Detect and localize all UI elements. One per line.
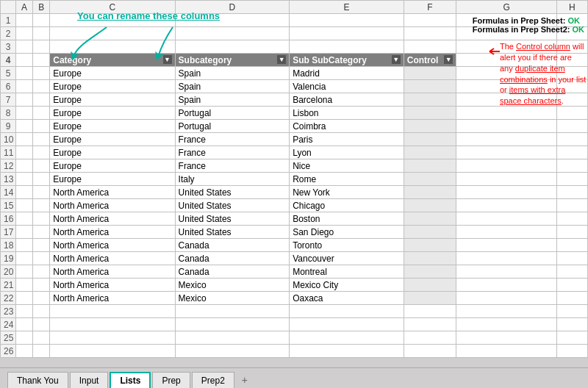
cell-a12[interactable] bbox=[16, 159, 33, 173]
cell-subsubcategory[interactable]: Boston bbox=[290, 212, 404, 226]
cell-g12[interactable] bbox=[456, 159, 557, 173]
cell-subcategory[interactable]: Spain bbox=[175, 80, 290, 93]
cell-subcategory[interactable]: Spain bbox=[175, 67, 290, 80]
cell-b19[interactable] bbox=[33, 252, 50, 265]
cell-g6[interactable] bbox=[456, 80, 557, 93]
cell-subsubcategory[interactable]: Toronto bbox=[290, 239, 404, 252]
cell-subcategory[interactable]: United States bbox=[175, 186, 290, 199]
cell-a21[interactable] bbox=[16, 279, 33, 292]
cell-g20[interactable] bbox=[456, 265, 557, 279]
cell-g9[interactable] bbox=[456, 120, 557, 133]
cell-subcategory[interactable]: Canada bbox=[175, 265, 290, 279]
cell-h11[interactable] bbox=[556, 146, 587, 159]
cell-b8[interactable] bbox=[33, 107, 50, 120]
cell-control[interactable] bbox=[404, 265, 456, 279]
cell-control[interactable] bbox=[404, 279, 456, 292]
cell-h9[interactable] bbox=[556, 120, 587, 133]
cell-control[interactable] bbox=[404, 93, 456, 107]
cell-a4[interactable] bbox=[16, 54, 33, 67]
cell-e1[interactable] bbox=[290, 14, 404, 27]
cell-b20[interactable] bbox=[33, 265, 50, 279]
tab-prep2[interactable]: Prep2 bbox=[192, 372, 234, 388]
cell-b12[interactable] bbox=[33, 159, 50, 173]
cell-a18[interactable] bbox=[16, 239, 33, 252]
cell-b13[interactable] bbox=[33, 173, 50, 186]
cell-control[interactable] bbox=[404, 67, 456, 80]
cell-subcategory[interactable]: Italy bbox=[175, 173, 290, 186]
cell-subcategory[interactable]: Spain bbox=[175, 93, 290, 107]
cell-h17[interactable] bbox=[556, 226, 587, 239]
cell-b16[interactable] bbox=[33, 212, 50, 226]
cell-b1[interactable] bbox=[33, 14, 50, 27]
cell-g18[interactable] bbox=[456, 239, 557, 252]
header-category[interactable]: Category ▼ bbox=[50, 54, 175, 67]
cell-category[interactable]: Europe bbox=[50, 107, 175, 120]
cell-control[interactable] bbox=[404, 80, 456, 93]
tab-prep[interactable]: Prep bbox=[152, 372, 190, 388]
cell-b2[interactable] bbox=[33, 27, 50, 40]
cell-h2[interactable] bbox=[556, 27, 587, 40]
cell-b9[interactable] bbox=[33, 120, 50, 133]
cell-h15[interactable] bbox=[556, 199, 587, 212]
cell-subsubcategory[interactable]: New York bbox=[290, 186, 404, 199]
cell-control[interactable] bbox=[404, 199, 456, 212]
cell-b3[interactable] bbox=[33, 40, 50, 54]
cell-subsubcategory[interactable]: Vancouver bbox=[290, 252, 404, 265]
cell-b10[interactable] bbox=[33, 133, 50, 146]
cell-h22[interactable] bbox=[556, 292, 587, 305]
cell-control[interactable] bbox=[404, 133, 456, 146]
cell-e3[interactable] bbox=[290, 40, 404, 54]
cell-category[interactable]: Europe bbox=[50, 159, 175, 173]
cell-b6[interactable] bbox=[33, 80, 50, 93]
cell-subcategory[interactable]: United States bbox=[175, 226, 290, 239]
cell-g7[interactable] bbox=[456, 93, 557, 107]
cell-c3[interactable] bbox=[50, 40, 175, 54]
cell-d2[interactable] bbox=[175, 27, 290, 40]
control-filter[interactable]: ▼ bbox=[444, 55, 453, 64]
cell-a17[interactable] bbox=[16, 226, 33, 239]
cell-g2[interactable] bbox=[456, 27, 557, 40]
sub-subcategory-filter[interactable]: ▼ bbox=[392, 55, 401, 64]
cell-h3[interactable] bbox=[556, 40, 587, 54]
cell-h14[interactable] bbox=[556, 186, 587, 199]
cell-subsubcategory[interactable]: Montreal bbox=[290, 265, 404, 279]
cell-f2[interactable] bbox=[404, 27, 456, 40]
cell-a1[interactable] bbox=[16, 14, 33, 27]
cell-g22[interactable] bbox=[456, 292, 557, 305]
cell-h19[interactable] bbox=[556, 252, 587, 265]
cell-g21[interactable] bbox=[456, 279, 557, 292]
tab-thank-you[interactable]: Thank You bbox=[7, 372, 68, 388]
cell-category[interactable]: North America bbox=[50, 199, 175, 212]
cell-a19[interactable] bbox=[16, 252, 33, 265]
cell-b11[interactable] bbox=[33, 146, 50, 159]
cell-subcategory[interactable]: France bbox=[175, 146, 290, 159]
cell-h7[interactable] bbox=[556, 93, 587, 107]
cell-category[interactable]: Europe bbox=[50, 67, 175, 80]
cell-g4[interactable] bbox=[456, 54, 557, 67]
cell-category[interactable]: Europe bbox=[50, 173, 175, 186]
cell-a10[interactable] bbox=[16, 133, 33, 146]
cell-d3[interactable] bbox=[175, 40, 290, 54]
cell-category[interactable]: North America bbox=[50, 186, 175, 199]
cell-d1[interactable] bbox=[175, 14, 290, 27]
cell-h12[interactable] bbox=[556, 159, 587, 173]
cell-category[interactable]: North America bbox=[50, 252, 175, 265]
cell-subcategory[interactable]: Canada bbox=[175, 239, 290, 252]
category-filter[interactable]: ▼ bbox=[163, 55, 172, 64]
cell-subsubcategory[interactable]: San Diego bbox=[290, 226, 404, 239]
cell-a13[interactable] bbox=[16, 173, 33, 186]
cell-b15[interactable] bbox=[33, 199, 50, 212]
cell-control[interactable] bbox=[404, 107, 456, 120]
cell-a6[interactable] bbox=[16, 80, 33, 93]
cell-a9[interactable] bbox=[16, 120, 33, 133]
cell-g19[interactable] bbox=[456, 252, 557, 265]
cell-b5[interactable] bbox=[33, 67, 50, 80]
cell-subsubcategory[interactable]: Nice bbox=[290, 159, 404, 173]
cell-a8[interactable] bbox=[16, 107, 33, 120]
cell-subsubcategory[interactable]: Lisbon bbox=[290, 107, 404, 120]
cell-subsubcategory[interactable]: Paris bbox=[290, 133, 404, 146]
cell-subsubcategory[interactable]: Barcelona bbox=[290, 93, 404, 107]
cell-a15[interactable] bbox=[16, 199, 33, 212]
cell-a5[interactable] bbox=[16, 67, 33, 80]
cell-h4[interactable] bbox=[556, 54, 587, 67]
